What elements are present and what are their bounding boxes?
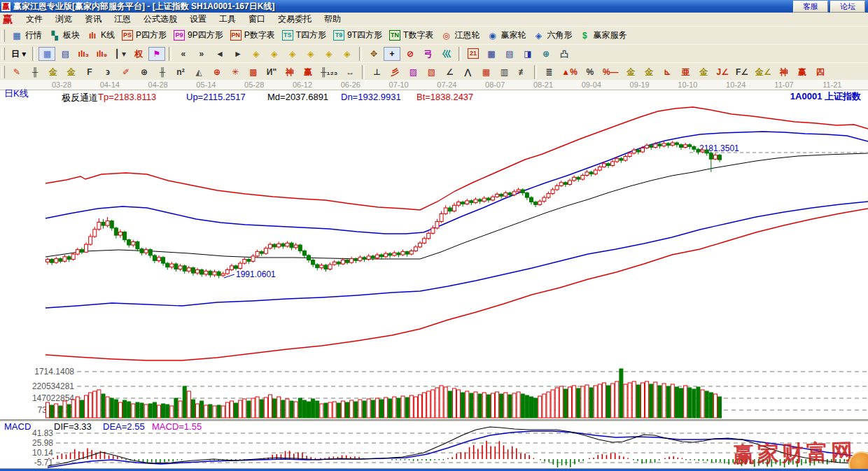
svg-text:220534281: 220534281 xyxy=(32,381,74,391)
indicator-name[interactable]: 极反通道 xyxy=(62,92,98,104)
macd-header-value: MACD xyxy=(4,421,31,432)
candlestick-chart-canvas[interactable]: 1714.14082205342811470228547351142741.83… xyxy=(0,0,868,471)
svg-text:10.14: 10.14 xyxy=(32,448,53,458)
indicator-value: Bt=1838.2437 xyxy=(416,92,473,102)
indicator-value: Md=2037.6891 xyxy=(267,92,328,102)
period-label[interactable]: 日K线 xyxy=(4,87,29,100)
indicator-value: Tp=2183.8113 xyxy=(98,92,156,102)
symbol-label: 1A0001 上证指数 xyxy=(790,90,861,103)
indicator-value: Dn=1932.9931 xyxy=(341,92,401,102)
macd-header-value: MACD=1.55 xyxy=(152,421,202,432)
indicator-value: Up=2115.2517 xyxy=(186,92,246,102)
svg-text:25.98: 25.98 xyxy=(32,438,53,448)
svg-text:1714.1408: 1714.1408 xyxy=(34,367,74,377)
svg-text:147022854: 147022854 xyxy=(32,393,74,403)
winner-gann-app-window: 赢 赢家江恩专业版[赢家内部服务平台] - [上证指数 SH1A0001-167… xyxy=(0,0,868,471)
macd-header-value: DEA=2.55 xyxy=(103,421,145,432)
macd-header-value: DIF=3.33 xyxy=(54,421,92,432)
svg-text:-5.71: -5.71 xyxy=(34,458,54,468)
svg-text:1991.0601: 1991.0601 xyxy=(236,269,276,279)
watermark-text: 赢家财富网 xyxy=(732,437,855,470)
svg-text:41.83: 41.83 xyxy=(32,428,53,438)
